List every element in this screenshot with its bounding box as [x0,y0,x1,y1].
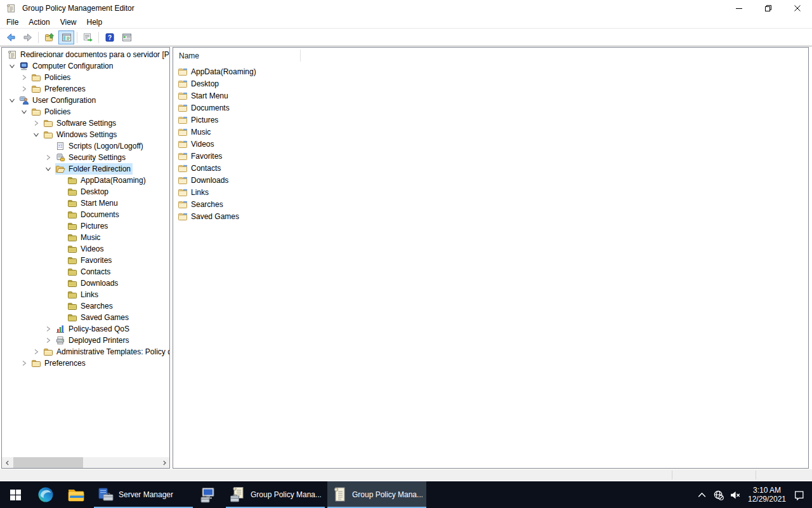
tree-item-policies[interactable]: Policies [2,72,169,83]
chevron-down-icon[interactable] [19,107,29,117]
column-header-name[interactable]: Name [179,51,199,60]
tree-item-content: Scripts (Logon/Logoff) [55,140,145,152]
tree-item-label: Pictures [81,222,108,231]
list-item-downloads[interactable]: Downloads [173,174,808,186]
network-offline-icon[interactable] [713,490,724,500]
qos-icon [55,324,65,334]
tree-item-saved-games[interactable]: Saved Games [2,312,169,323]
menu-file[interactable]: File [1,17,23,27]
tree-item-user-configuration[interactable]: User Configuration [2,95,169,106]
taskbar-start-button[interactable] [0,481,30,508]
toolbar-new-console-window-button[interactable] [119,30,134,44]
chevron-down-icon[interactable] [7,95,17,105]
tree-item-software-settings[interactable]: Software Settings [2,117,169,129]
tree-item-folder-redirection[interactable]: Folder Redirection [2,163,169,175]
tree-item-policies[interactable]: Policies [2,106,169,117]
chevron-down-icon[interactable] [43,164,53,174]
toolbar-show-console-tree-button[interactable] [58,30,74,44]
tree-item-windows-settings[interactable]: Windows Settings [2,129,169,140]
tree-item-content: Policy-based QoS [55,323,131,335]
toolbar-export-list-button[interactable] [80,30,96,44]
taskbar-file-explorer-button[interactable] [61,481,91,508]
results-pane: Name AppData(Roaming)DesktopStart MenuDo… [173,47,809,469]
taskbar-gpme-button[interactable]: Group Policy Mana... [327,481,426,508]
folder-icon [31,84,41,94]
tray-chevron-up-icon[interactable] [697,490,707,500]
tree-item-music[interactable]: Music [2,232,169,243]
minimize-button[interactable] [724,0,754,16]
tree-item-searches[interactable]: Searches [2,300,169,312]
list-item-desktop[interactable]: Desktop [173,77,808,90]
tree-item-videos[interactable]: Videos [2,243,169,255]
chevron-right-icon[interactable] [19,72,29,83]
close-button[interactable] [783,0,812,16]
list-item-documents[interactable]: Documents [173,102,808,114]
chevron-right-icon[interactable] [43,152,53,163]
list-item-pictures[interactable]: Pictures [173,114,808,126]
volume-muted-icon[interactable] [730,490,740,500]
arrow-back-icon [6,32,16,43]
tree-item-policy-based-qos[interactable]: Policy-based QoS [2,323,169,335]
list-item-appdata-roaming[interactable]: AppData(Roaming) [173,65,808,77]
taskbar-edge-button[interactable] [30,481,61,508]
list-item-favorites[interactable]: Favorites [173,150,808,162]
scroll-left-button[interactable] [2,457,13,468]
chevron-right-icon[interactable] [43,335,53,345]
taskbar-gpmc-button[interactable]: Group Policy Mana... [226,481,325,508]
tree-item-pictures[interactable]: Pictures [2,220,169,232]
chevron-right-icon[interactable] [19,358,29,368]
chevron-down-icon[interactable] [7,61,17,71]
toolbar-separator [77,32,77,43]
chevron-right-icon[interactable] [31,118,41,128]
toolbar-forward-button[interactable] [20,30,36,44]
tree-item-preferences[interactable]: Preferences [2,358,169,369]
chevron-right-icon[interactable] [43,324,53,334]
tree-item-redirecionar-documentos-para-o-servidor-ph[interactable]: Redirecionar documentos para o servidor … [2,49,169,60]
action-center-icon[interactable] [794,490,804,500]
tree-item-security-settings[interactable]: Security Settings [2,152,169,163]
chevron-right-icon[interactable] [19,84,29,94]
folder-icon [178,103,188,113]
tree-item-deployed-printers[interactable]: Deployed Printers [2,335,169,346]
scroll-right-button[interactable] [159,457,169,468]
folder-sub-icon [67,312,77,323]
scrollbar-thumb[interactable] [13,457,83,468]
tree-item-contacts[interactable]: Contacts [2,266,169,277]
tree-item-administrative-templates-policy-de[interactable]: Administrative Templates: Policy de [2,346,169,358]
tree-item-preferences[interactable]: Preferences [2,83,169,95]
taskbar-mmc-button[interactable] [193,481,223,508]
tree-item-start-menu[interactable]: Start Menu [2,197,169,209]
tree-item-label: Searches [81,302,113,311]
menu-help[interactable]: Help [82,17,108,27]
chevron-down-icon[interactable] [31,130,41,140]
toolbar-up-one-level-button[interactable] [41,30,57,44]
tree-item-desktop[interactable]: Desktop [2,186,169,197]
list-item-videos[interactable]: Videos [173,138,808,150]
tree-item-documents[interactable]: Documents [2,209,169,220]
list-item-searches[interactable]: Searches [173,198,808,210]
list-item-links[interactable]: Links [173,186,808,198]
column-separator[interactable] [300,50,301,62]
restore-button[interactable] [754,0,783,16]
list-item-start-menu[interactable]: Start Menu [173,90,808,102]
horizontal-scrollbar[interactable] [2,457,169,468]
tree-item-downloads[interactable]: Downloads [2,277,169,289]
chevron-right-icon[interactable] [31,347,41,357]
scroll-right-icon [162,460,167,465]
tree-item-computer-configuration[interactable]: Computer Configuration [2,60,169,72]
list-item-contacts[interactable]: Contacts [173,162,808,174]
list-item-label: Desktop [191,79,219,88]
list-item-saved-games[interactable]: Saved Games [173,210,808,222]
tree-item-appdata-roaming[interactable]: AppData(Roaming) [2,175,169,186]
toolbar-help-button[interactable]: ? [102,30,117,44]
taskbar-clock[interactable]: 3:10 AM 12/29/2021 [746,486,788,504]
tree-item-scripts-logon-logoff[interactable]: Scripts (Logon/Logoff) [2,140,169,152]
tree-item-favorites[interactable]: Favorites [2,255,169,266]
folder-sub-icon [67,232,77,243]
menu-view[interactable]: View [55,17,82,27]
taskbar-server-manager-button[interactable]: Server Manager [94,481,193,508]
tree-item-links[interactable]: Links [2,289,169,300]
list-item-music[interactable]: Music [173,126,808,138]
toolbar-back-button[interactable] [3,30,18,44]
menu-action[interactable]: Action [23,17,55,27]
